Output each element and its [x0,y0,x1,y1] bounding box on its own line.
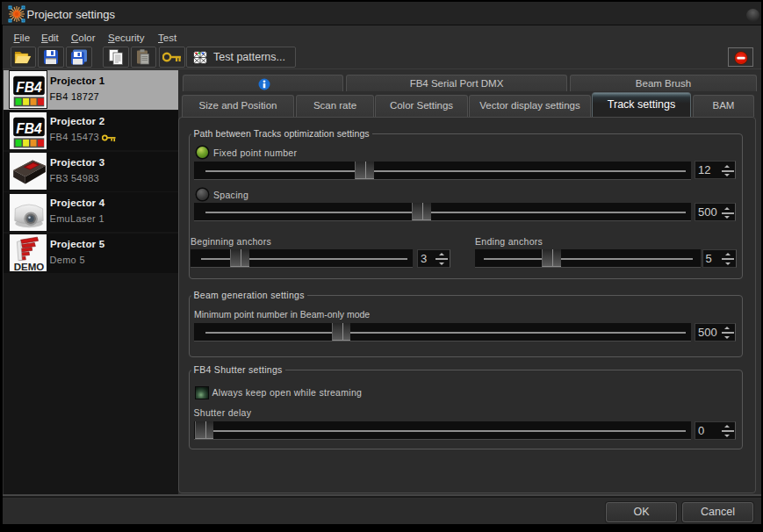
svg-text:FB4: FB4 [16,80,42,95]
svg-text:FB4: FB4 [16,120,42,135]
svg-text:DEMO: DEMO [13,262,44,272]
